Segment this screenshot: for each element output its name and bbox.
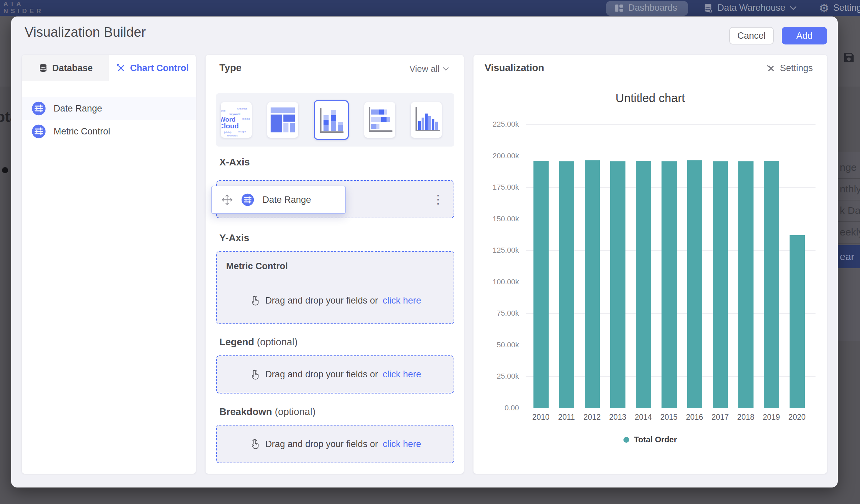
tab-chart-control[interactable]: Chart Control bbox=[109, 55, 196, 81]
backdrop-bullet bbox=[2, 167, 8, 173]
x-axis-tick-label: 2011 bbox=[558, 413, 575, 422]
type-section-label: Type bbox=[219, 62, 242, 73]
breakdown-section-label: Breakdown (optional) bbox=[219, 406, 315, 417]
x-axis-tick-label: 2017 bbox=[712, 413, 729, 422]
nav-dashboards-label: Dashboards bbox=[628, 3, 677, 13]
breakdown-optional: (optional) bbox=[275, 406, 315, 417]
bar-2019[interactable] bbox=[764, 161, 779, 408]
x-axis-tick-label: 2010 bbox=[532, 413, 549, 422]
x-axis-label: X-Axis bbox=[219, 157, 250, 168]
add-button[interactable]: Add bbox=[782, 27, 827, 44]
x-axis-tick-label: 2013 bbox=[609, 413, 626, 422]
drop-text: Drag and drop your fields or bbox=[265, 369, 378, 380]
click-here-link[interactable]: click here bbox=[383, 296, 421, 306]
y-axis-tick-label: 225.00k bbox=[489, 120, 519, 129]
chart-settings-button[interactable]: Settings bbox=[766, 63, 813, 73]
settings-label: Settings bbox=[780, 63, 813, 73]
bar-2013[interactable] bbox=[610, 161, 626, 408]
type-option-word-cloud[interactable]: ness Analytics keyword Word mining Cloud… bbox=[221, 102, 252, 138]
y-axis-tick-label: 75.00k bbox=[489, 309, 519, 318]
drop-text: Drag and drop your fields or bbox=[265, 439, 378, 449]
click-hand-icon bbox=[249, 369, 260, 380]
tab-database[interactable]: Database bbox=[22, 55, 109, 81]
tools-icon bbox=[766, 64, 776, 73]
nav-item-data-warehouse[interactable]: Data Warehouse bbox=[703, 0, 797, 16]
backdrop-menu-item[interactable]: nge bbox=[840, 162, 857, 173]
tools-icon bbox=[116, 63, 126, 73]
gridline bbox=[526, 408, 816, 408]
click-here-link[interactable]: click here bbox=[383, 369, 421, 380]
move-icon bbox=[221, 194, 233, 205]
svg-text:Analytics: Analytics bbox=[237, 107, 247, 110]
backdrop-menu-item-selected[interactable]: ear bbox=[838, 245, 860, 268]
legend-optional: (optional) bbox=[257, 336, 298, 347]
nav-item-dashboards[interactable]: Dashboards bbox=[614, 0, 677, 16]
legend-dropzone[interactable]: Drag and drop your fields or click here bbox=[216, 356, 454, 393]
cancel-button[interactable]: Cancel bbox=[729, 27, 774, 44]
view-all-dropdown[interactable]: View all bbox=[410, 64, 449, 74]
gear-icon: ⚙ bbox=[819, 2, 829, 14]
svg-text:Cloud: Cloud bbox=[221, 122, 239, 130]
menu-separator bbox=[838, 178, 860, 179]
dashboards-icon bbox=[614, 3, 624, 13]
nav-data-warehouse-label: Data Warehouse bbox=[717, 3, 786, 13]
bar-2017[interactable] bbox=[713, 161, 728, 408]
type-option-stacked-bar[interactable] bbox=[364, 102, 395, 138]
x-axis-tick-label: 2012 bbox=[583, 413, 601, 422]
fields-panel: Database Chart Control bbox=[22, 55, 196, 474]
view-all-label: View all bbox=[410, 64, 440, 74]
nav-settings-label: Settings bbox=[833, 3, 860, 13]
click-hand-icon bbox=[249, 295, 260, 306]
logo-line1: ATA bbox=[3, 0, 44, 8]
type-option-treemap[interactable] bbox=[267, 102, 298, 138]
svg-text:ness: ness bbox=[221, 109, 226, 112]
breakdown-label: Breakdown bbox=[219, 406, 272, 417]
bar-2011[interactable] bbox=[559, 161, 574, 408]
builder-panel: Type View all ness Analytics keyword Wor… bbox=[205, 55, 464, 474]
type-option-stacked-column[interactable] bbox=[314, 100, 349, 140]
bar-2016[interactable] bbox=[687, 160, 702, 408]
legend-section-label: Legend (optional) bbox=[219, 336, 298, 348]
tab-database-label: Database bbox=[52, 63, 93, 73]
legend-series-label: Total Order bbox=[634, 435, 677, 444]
backdrop-menu-item[interactable]: eekly bbox=[840, 226, 860, 238]
breakdown-dropzone[interactable]: Drag and drop your fields or click here bbox=[216, 425, 454, 463]
x-axis-tick-label: 2019 bbox=[763, 413, 780, 422]
bar-chart-plot: 225.00k200.00k175.00k150.00k125.00k100.0… bbox=[526, 124, 816, 408]
backdrop-menu-item[interactable]: k Date bbox=[840, 205, 860, 216]
legend-label: Legend bbox=[219, 336, 254, 347]
gridline bbox=[526, 156, 816, 156]
y-axis-tick-label: 125.00k bbox=[489, 246, 519, 255]
bar-2014[interactable] bbox=[636, 161, 651, 408]
kebab-menu-icon[interactable]: ⋮ bbox=[432, 193, 444, 205]
chart-type-strip: ness Analytics keyword Word mining Cloud… bbox=[216, 93, 454, 146]
y-axis-tick-label: 200.00k bbox=[489, 152, 519, 160]
y-axis-dropzone[interactable]: Metric Control Drag and drop your fields… bbox=[216, 251, 454, 324]
field-item-metric-control[interactable]: Metric Control bbox=[22, 120, 196, 143]
click-hand-icon bbox=[249, 438, 260, 450]
chart-legend: Total Order bbox=[473, 435, 827, 444]
menu-separator bbox=[838, 243, 860, 244]
field-item-date-range[interactable]: Date Range bbox=[22, 97, 196, 120]
date-range-chip[interactable]: Date Range bbox=[211, 186, 346, 214]
click-here-link[interactable]: click here bbox=[383, 439, 421, 449]
svg-text:(data): (data) bbox=[224, 131, 231, 134]
bar-2012[interactable] bbox=[585, 160, 600, 408]
x-axis-tick-label: 2014 bbox=[634, 413, 652, 422]
save-icon[interactable] bbox=[842, 51, 856, 66]
bar-2020[interactable] bbox=[790, 235, 805, 408]
menu-separator bbox=[838, 221, 860, 222]
bar-2018[interactable] bbox=[739, 161, 754, 408]
nav-item-settings[interactable]: ⚙ Settings bbox=[819, 0, 860, 16]
backdrop-dropdown-fragment: ngenthlyk Dateeeklyear bbox=[838, 152, 860, 341]
chip-label: Date Range bbox=[262, 195, 311, 205]
bar-2015[interactable] bbox=[661, 161, 677, 408]
bar-2010[interactable] bbox=[533, 161, 549, 408]
backdrop-menu-item[interactable]: nthly bbox=[840, 183, 860, 195]
data-warehouse-icon bbox=[703, 3, 713, 13]
x-axis-tick-label: 2016 bbox=[686, 413, 703, 422]
y-axis-tick-label: 25.00k bbox=[489, 372, 519, 381]
tab-chart-control-label: Chart Control bbox=[130, 63, 189, 73]
type-option-column[interactable] bbox=[411, 102, 442, 138]
app-logo: ATA NSIDER bbox=[3, 0, 44, 14]
